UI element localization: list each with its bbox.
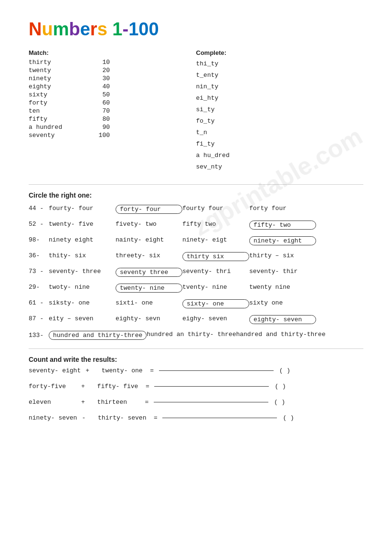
circle-option-correct: eighty- seven — [249, 315, 316, 324]
circle-option: hundred an thirty- three — [147, 331, 236, 340]
circle-options: thity- sixthreety- sixthirty sixthirty –… — [49, 252, 363, 261]
title-s: s — [97, 19, 107, 40]
match-word: a hundred — [29, 123, 91, 131]
circle-num: 73 - — [29, 268, 49, 275]
circle-option: seventy- thri — [182, 268, 249, 277]
circle-num: 98- — [29, 236, 49, 243]
circle-option: nainty- eight — [116, 236, 182, 245]
match-word: thirty — [29, 58, 91, 66]
circle-row: 36-thity- sixthreety- sixthirty sixthirt… — [29, 252, 363, 261]
circle-row: 44 -fourty- fourforty- fourfourty fourfo… — [29, 205, 363, 214]
count-expr1: ninety- seven — [29, 414, 77, 421]
circle-num: 29- — [29, 284, 49, 291]
circle-option: fourty- four — [49, 205, 116, 214]
circle-option-correct: seventy three — [116, 268, 182, 277]
match-row: forty60 — [29, 99, 119, 107]
complete-list: thi_tyt_entynin_tyei_htysi_tyfo_tyt_nfi_… — [196, 58, 364, 173]
circle-num: 61 - — [29, 299, 49, 306]
circle-option: sixty one — [249, 299, 316, 308]
complete-section: Complete: thi_tyt_entynin_tyei_htysi_tyf… — [196, 49, 364, 173]
circle-option: seventy- three — [49, 268, 116, 277]
title-1: 1 — [112, 19, 122, 40]
match-number: 20 — [91, 66, 119, 74]
circle-option: siksty- one — [49, 299, 116, 308]
circle-row: 73 -seventy- threeseventy threeseventy- … — [29, 268, 363, 277]
circle-num: 52 - — [29, 221, 49, 228]
title-e: e — [80, 19, 90, 40]
count-row: forty-five + fifty- five = ( ) — [29, 383, 363, 390]
match-word: eighty — [29, 83, 91, 91]
circle-heading: Circle the right one: — [29, 191, 363, 199]
circle-option-correct: fifty- two — [249, 221, 316, 230]
match-word: twenty — [29, 66, 91, 74]
count-equals: = — [138, 383, 151, 390]
title-space — [107, 19, 113, 40]
match-number: 90 — [91, 123, 119, 131]
count-section: Count and write the results: seventy- ei… — [29, 356, 363, 421]
circle-options: eity – seveneighty- sevneighy- seveneigh… — [49, 315, 363, 324]
count-expr2: fifty- five — [90, 383, 138, 390]
match-word: ten — [29, 107, 91, 115]
count-paren: ( ) — [275, 383, 286, 390]
count-expr2: thirty- seven — [90, 414, 146, 421]
circle-rows: 44 -fourty- fourforty- fourfourty fourfo… — [29, 205, 363, 340]
circle-options: ninety eightnainty- eightninety- eigtnin… — [49, 236, 363, 245]
complete-item: t_n — [196, 127, 364, 138]
match-word: forty — [29, 99, 91, 107]
count-equals: = — [138, 399, 151, 406]
match-section: Match: thirty10twenty20ninety30eighty40s… — [29, 49, 196, 173]
circle-option: fourty four — [182, 205, 249, 214]
circle-options: seventy- threeseventy threeseventy- thri… — [49, 268, 363, 277]
count-op: + — [76, 399, 90, 406]
match-number: 70 — [91, 107, 119, 115]
circle-options: siksty- onesixti- onesixty- onesixty one — [49, 299, 363, 308]
circle-option: fifty two — [182, 221, 249, 230]
circle-row: 29-twoty- ninetwenty- ninetventy- ninetw… — [29, 284, 363, 293]
match-word: seventy — [29, 131, 91, 139]
count-heading: Count and write the results: — [29, 356, 363, 363]
circle-option: thirty – six — [249, 252, 316, 261]
count-op: + — [76, 383, 90, 390]
count-expr1: seventy- eight — [29, 367, 81, 374]
circle-option: eighy- seven — [182, 315, 249, 324]
count-line — [162, 418, 277, 418]
match-row: a hundred90 — [29, 123, 119, 131]
circle-option: twoty- nine — [49, 284, 116, 293]
complete-item: si_ty — [196, 104, 364, 116]
match-word: fifty — [29, 115, 91, 123]
circle-option: forty four — [249, 205, 316, 214]
circle-option: twenty nine — [249, 284, 316, 293]
circle-option: sixti- one — [116, 299, 182, 308]
match-heading: Match: — [29, 49, 196, 56]
count-equals: = — [143, 367, 156, 374]
complete-item: fo_ty — [196, 116, 364, 127]
divider-1 — [29, 184, 363, 185]
circle-num: 87 - — [29, 315, 49, 322]
circle-row: 61 -siksty- onesixti- onesixty- onesixty… — [29, 299, 363, 308]
match-number: 10 — [91, 58, 119, 66]
circle-options: twenty- fivefivety- twofifty twofifty- t… — [49, 221, 363, 230]
count-row: ninety- seven - thirty- seven = ( ) — [29, 414, 363, 421]
count-expr2: twenty- one — [94, 367, 142, 374]
match-word: ninety — [29, 74, 91, 83]
circle-option-correct: sixty- one — [182, 299, 249, 308]
circle-row: 98-ninety eightnainty- eightninety- eigt… — [29, 236, 363, 245]
circle-option: ninety eight — [49, 236, 116, 245]
count-rows: seventy- eight + twenty- one = ( ) forty… — [29, 367, 363, 421]
complete-heading: Complete: — [196, 49, 364, 56]
circle-section: Circle the right one: 44 -fourty- fourfo… — [29, 191, 363, 340]
title-m: m — [53, 19, 69, 40]
complete-item: ei_hty — [196, 93, 364, 104]
circle-num: 36- — [29, 252, 49, 259]
title-r: r — [90, 19, 97, 40]
complete-item: thi_ty — [196, 58, 364, 70]
match-word: sixty — [29, 91, 91, 99]
count-paren: ( ) — [283, 414, 294, 421]
circle-option: tventy- nine — [182, 284, 249, 293]
match-row: ten70 — [29, 107, 119, 115]
count-op: - — [77, 414, 90, 421]
circle-option: fivety- two — [116, 221, 182, 230]
complete-item: sev_nty — [196, 161, 364, 173]
match-number: 60 — [91, 99, 119, 107]
title-u: u — [42, 19, 53, 40]
